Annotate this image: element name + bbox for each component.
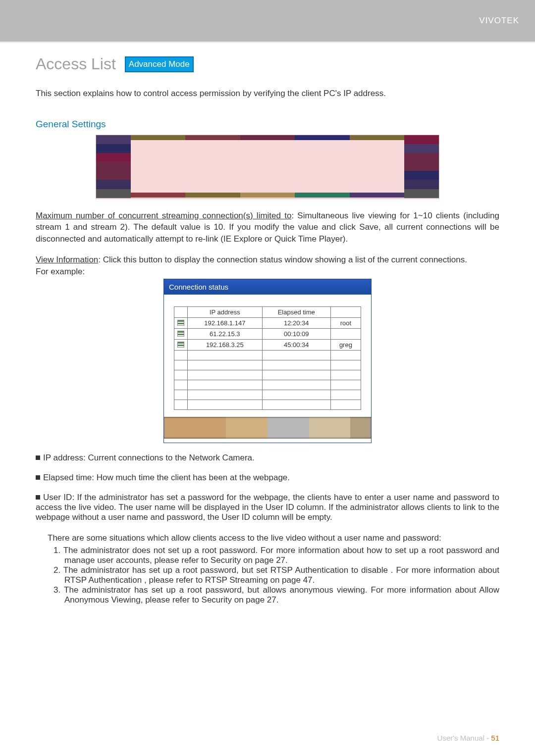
manual-page: VIVOTEK Access List Advanced Mode This s… [0,0,535,756]
bullet-et-label: Elapsed time [43,473,92,482]
advanced-mode-badge: Advanced Mode [125,56,194,72]
square-bullet-icon [36,475,40,480]
table-row [174,370,361,380]
table-row [174,360,361,370]
table-row [174,390,361,400]
title-row: Access List Advanced Mode [36,55,499,73]
bullet-ip-label: IP address [43,453,83,462]
bullet-et-body: : How much time the client has been at t… [92,473,290,482]
cell-elapsed: 00:10:09 [262,328,330,339]
view-info-body: : Click this button to display the conne… [98,255,467,264]
situation-3: 3. The administrator has set up a root p… [54,585,499,605]
square-bullet-icon [36,455,40,460]
footer-label: User's Manual - [437,734,491,742]
table-row [174,400,361,409]
table-row [174,380,361,390]
page-header: VIVOTEK [0,0,535,42]
thumbnail-strip [164,417,371,439]
max-connections-label: Maximum number of concurrent streaming c… [36,211,291,220]
cell-user: greg [330,339,361,350]
bullet-userid: User ID: If the administrator has set a … [36,493,499,522]
general-settings-screenshot [96,135,439,199]
cell-user [330,328,361,339]
header-blank [174,306,188,317]
intro-paragraph: This section explains how to control acc… [36,87,499,100]
situation-1: 1. The administrator does not set up a r… [54,546,499,565]
view-info-paragraph: View Information: Click this button to d… [36,254,499,266]
situation-2: 2. The administrator has set up a root p… [54,565,499,585]
square-bullet-icon [36,495,40,500]
connection-icon [177,331,184,337]
cell-ip: 192.168.3.25 [188,339,263,350]
page-number: 51 [491,734,499,742]
table-row: 192.168.1.147 12:20:34 root [174,317,361,328]
table-row [174,350,361,360]
table-row: 61.22.15.3 00:10:09 [174,328,361,339]
connection-status-body: IP address Elapsed time 192.168.1.147 12… [164,295,371,443]
connection-icon [177,320,184,326]
table-row: 192.168.3.25 45:00:34 greg [174,339,361,350]
cell-elapsed: 45:00:34 [262,339,330,350]
header-elapsed: Elapsed time [262,306,330,317]
connection-status-title: Connection status [164,279,371,295]
cell-ip: 192.168.1.147 [188,317,263,328]
header-user [330,306,361,317]
general-settings-heading: General Settings [36,119,499,130]
cell-elapsed: 12:20:34 [262,317,330,328]
page-footer: User's Manual - 51 [437,734,499,742]
situations-list: 1. The administrator does not set up a r… [54,546,499,605]
bullet-uid-label: User ID [43,493,72,502]
connection-icon [177,342,184,348]
connection-status-window: Connection status IP address Elapsed tim… [163,279,372,443]
cell-user: root [330,317,361,328]
connection-status-table: IP address Elapsed time 192.168.1.147 12… [174,306,361,410]
bullet-ip: IP address: Current connections to the N… [36,453,499,463]
view-info-label: View Information [36,255,98,264]
cell-ip: 61.22.15.3 [188,328,263,339]
max-connections-paragraph: Maximum number of concurrent streaming c… [36,210,499,245]
bullet-elapsed: Elapsed time: How much time the client h… [36,473,499,483]
for-example-label: For example: [36,267,499,277]
page-title: Access List [36,55,116,73]
situations-block: There are some situations which allow cl… [48,532,499,605]
table-header-row: IP address Elapsed time [174,306,361,317]
row-icon-cell [174,328,188,339]
bullet-ip-body: : Current connections to the Network Cam… [83,453,255,462]
brand-label: VIVOTEK [479,16,519,26]
header-ip: IP address [188,306,263,317]
bullet-uid-body: : If the administrator has set a passwor… [36,493,499,522]
row-icon-cell [174,339,188,350]
row-icon-cell [174,317,188,328]
situations-intro: There are some situations which allow cl… [48,532,499,544]
page-content: Access List Advanced Mode This section e… [0,43,535,605]
